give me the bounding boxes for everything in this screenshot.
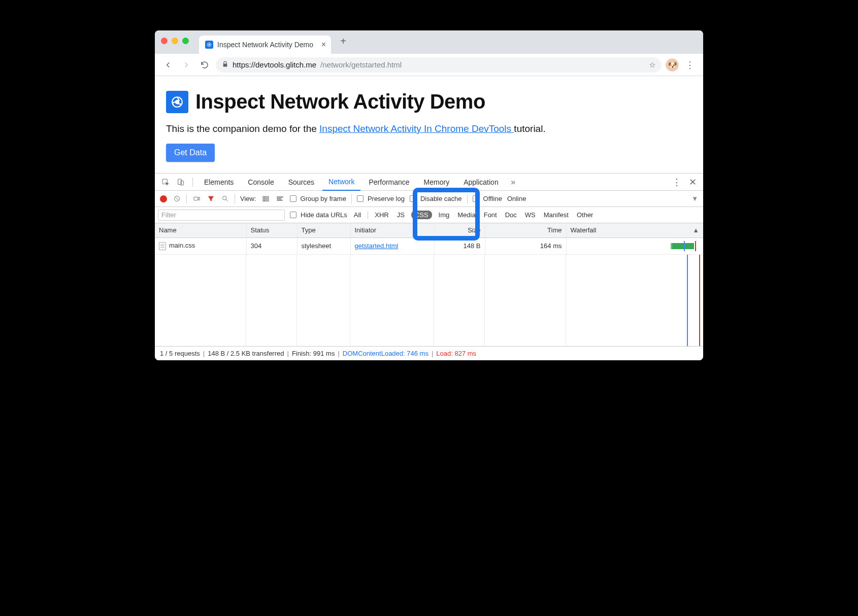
more-tabs-icon[interactable]: » <box>507 176 520 189</box>
bookmark-icon[interactable]: ☆ <box>649 60 655 70</box>
address-bar: https://devtools.glitch.me/network/getst… <box>155 54 703 76</box>
cell-type: stylesheet <box>297 237 350 254</box>
sort-arrow-icon: ▲ <box>692 226 699 234</box>
devtools-panel: Elements Console Sources Network Perform… <box>155 173 703 360</box>
col-time[interactable]: Time <box>485 223 566 237</box>
close-tab-icon[interactable]: × <box>321 40 326 49</box>
chrome-menu-icon[interactable]: ⋮ <box>683 58 697 72</box>
omnibox[interactable]: https://devtools.glitch.me/network/getst… <box>216 57 662 73</box>
tab-strip: Inspect Network Activity Demo × + <box>155 30 703 54</box>
cell-size: 148 B <box>434 237 485 254</box>
tab-network[interactable]: Network <box>322 174 360 191</box>
back-button[interactable] <box>161 58 175 72</box>
tab-application[interactable]: Application <box>457 174 505 191</box>
preserve-log-checkbox[interactable]: Preserve log <box>357 195 405 202</box>
cell-name: main.css <box>169 242 195 249</box>
close-window-icon[interactable] <box>161 38 168 44</box>
filter-ws[interactable]: WS <box>523 211 537 219</box>
cell-status: 304 <box>246 237 297 254</box>
profile-avatar[interactable]: 🐶 <box>666 58 679 72</box>
subtext-after: tutorial. <box>514 123 545 134</box>
svg-point-1 <box>208 44 210 45</box>
col-initiator[interactable]: Initiator <box>350 223 434 237</box>
col-status[interactable]: Status <box>246 223 297 237</box>
network-toolbar: View: Group by frame Preserve log Disabl… <box>155 191 703 207</box>
view-label: View: <box>240 195 256 202</box>
page-subtext: This is the companion demo for the Inspe… <box>166 123 692 134</box>
group-by-frame-checkbox[interactable]: Group by frame <box>290 195 346 202</box>
large-rows-icon[interactable] <box>261 194 271 203</box>
tab-console[interactable]: Console <box>242 174 280 191</box>
filter-js[interactable]: JS <box>395 211 406 219</box>
filter-img[interactable]: Img <box>437 211 451 219</box>
lock-icon <box>222 60 228 69</box>
tab-elements[interactable]: Elements <box>198 174 240 191</box>
camera-icon[interactable] <box>192 194 201 203</box>
url-host: https://devtools.glitch.me <box>233 60 316 69</box>
cell-waterfall <box>566 237 703 254</box>
file-icon <box>159 242 166 250</box>
filter-other[interactable]: Other <box>575 211 595 219</box>
device-toolbar-icon[interactable] <box>174 176 187 189</box>
clear-icon[interactable] <box>172 194 181 203</box>
filter-input[interactable]: Filter <box>158 210 285 221</box>
network-table-body-empty <box>155 255 703 346</box>
offline-checkbox[interactable]: Offline <box>473 195 502 202</box>
col-waterfall[interactable]: Waterfall▲ <box>566 223 703 237</box>
maximize-window-icon[interactable] <box>182 38 189 44</box>
col-size[interactable]: Size <box>434 223 485 237</box>
close-devtools-icon[interactable]: ✕ <box>686 176 699 189</box>
throttling-dropdown-icon[interactable]: ▼ <box>691 195 698 202</box>
tab-performance[interactable]: Performance <box>362 174 415 191</box>
window-controls <box>161 38 189 44</box>
svg-rect-15 <box>265 200 269 201</box>
type-filters: All XHR JS CSS Img Media Font Doc WS Man… <box>352 211 595 219</box>
status-requests: 1 / 5 requests <box>160 350 200 357</box>
network-table: Name Status Type Initiator Size Time Wat… <box>155 223 703 255</box>
reload-button[interactable] <box>197 58 212 72</box>
table-row[interactable]: main.css 304 stylesheet getstarted.html … <box>155 237 703 254</box>
hide-data-urls-checkbox[interactable]: Hide data URLs <box>290 211 347 219</box>
svg-rect-16 <box>277 197 283 197</box>
filter-doc[interactable]: Doc <box>504 211 518 219</box>
svg-rect-17 <box>277 198 281 199</box>
tab-memory[interactable]: Memory <box>418 174 456 191</box>
network-filter-bar: Filter Hide data URLs All XHR JS CSS Img… <box>155 207 703 223</box>
svg-rect-10 <box>263 196 265 197</box>
filter-manifest[interactable]: Manifest <box>542 211 570 219</box>
filter-all[interactable]: All <box>352 211 362 219</box>
favicon-icon <box>205 41 213 49</box>
svg-point-9 <box>222 196 226 200</box>
svg-rect-14 <box>263 200 265 201</box>
record-icon[interactable] <box>160 195 167 202</box>
status-transferred: 148 B / 2.5 KB transferred <box>208 350 284 357</box>
col-name[interactable]: Name <box>155 223 246 237</box>
disable-cache-checkbox[interactable]: Disable cache <box>410 195 462 202</box>
filter-font[interactable]: Font <box>482 211 499 219</box>
cell-time: 164 ms <box>485 237 566 254</box>
status-load: Load: 827 ms <box>436 350 476 357</box>
tutorial-link[interactable]: Inspect Network Activity In Chrome DevTo… <box>319 123 514 134</box>
search-icon[interactable] <box>220 194 229 203</box>
svg-rect-8 <box>193 197 197 200</box>
online-label[interactable]: Online <box>507 195 526 202</box>
browser-tab[interactable]: Inspect Network Activity Demo × <box>199 36 331 54</box>
overview-icon[interactable] <box>276 194 285 203</box>
subtext-before: This is the companion demo for the <box>166 123 319 134</box>
page-logo-icon <box>166 91 188 113</box>
new-tab-button[interactable]: + <box>336 34 350 48</box>
filter-xhr[interactable]: XHR <box>373 211 390 219</box>
filter-media[interactable]: Media <box>456 211 477 219</box>
tab-sources[interactable]: Sources <box>282 174 320 191</box>
filter-css[interactable]: CSS <box>411 211 432 219</box>
inspect-element-icon[interactable] <box>159 176 172 189</box>
svg-rect-12 <box>263 198 265 199</box>
cell-initiator[interactable]: getstarted.html <box>355 242 399 250</box>
filter-icon[interactable] <box>206 194 215 203</box>
network-status-bar: 1 / 5 requests | 148 B / 2.5 KB transfer… <box>155 346 703 360</box>
col-type[interactable]: Type <box>297 223 350 237</box>
get-data-button[interactable]: Get Data <box>166 144 215 162</box>
minimize-window-icon[interactable] <box>172 38 178 44</box>
devtools-menu-icon[interactable]: ⋮ <box>670 175 684 189</box>
forward-button[interactable] <box>179 58 193 72</box>
